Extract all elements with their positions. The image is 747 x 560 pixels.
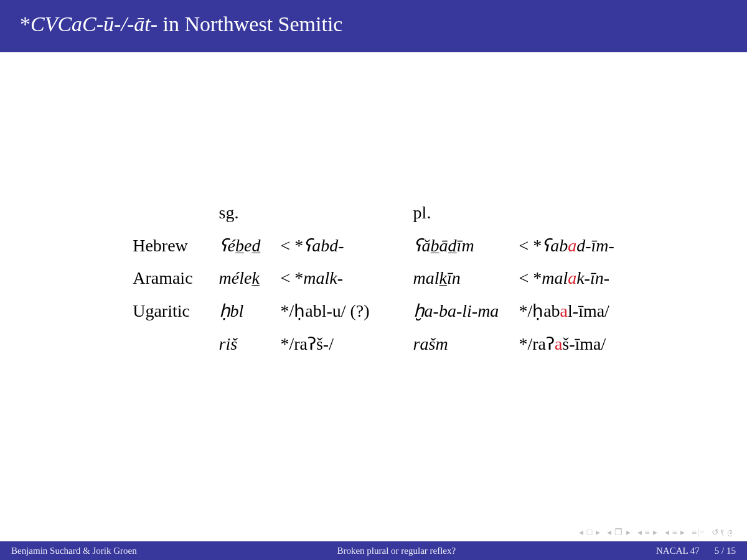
hebrew-sg-etym: < *ʕabd- [271, 229, 404, 262]
slide-title: *CVCaC-ū-/-āt- in Northwest Semitic [0, 0, 747, 52]
aramaic-sg-etym: < *malk- [271, 262, 404, 294]
aramaic-sg-form: mélek [210, 262, 272, 294]
hebrew-pl-form: ʕăbādīm [405, 229, 510, 262]
title-suffix: in Northwest Semitic [157, 12, 342, 35]
ugaritic-sg-form-2: riš [210, 327, 272, 360]
title-prefix: * [20, 12, 31, 35]
nav-frame-icon[interactable]: ◂ □ ▸ [579, 527, 600, 538]
lang-ugaritic: Ugaritic [124, 294, 210, 327]
slide-body: sg. pl. Hebrew ʕébed < *ʕabd- ʕăbādīm < … [0, 52, 747, 541]
ugaritic-sg-etym-1: */ḥabl-u/ (?) [271, 294, 404, 327]
header-pl: pl. [405, 197, 510, 229]
nav-slide-icon[interactable]: ◂ ≡ ▸ [665, 527, 686, 538]
hebrew-pl-etym: < *ʕabad-īm- [510, 229, 622, 262]
aramaic-pl-form: malkīn [405, 262, 510, 294]
nav-subsection-icon[interactable]: ◂ ❐ ▸ [607, 527, 631, 538]
ugaritic-pl-form-1: ḫa-ba-li-ma [405, 294, 510, 327]
title-pattern: CVCaC-ū-/-āt- [31, 12, 157, 35]
footer-authors: Benjamin Suchard & Jorik Groen [11, 546, 137, 556]
nav-mode-icon[interactable]: ≡|= [692, 528, 705, 538]
table-row: Ugaritic ḥbl */ḥabl-u/ (?) ḫa-ba-li-ma *… [124, 294, 623, 327]
ugaritic-pl-form-2: rašm [405, 327, 510, 360]
footer-page: 5 / 15 [715, 546, 736, 556]
ugaritic-pl-etym-2: */raʔaš-īma/ [510, 327, 622, 360]
table-row: riš */raʔš-/ rašm */raʔaš-īma/ [124, 327, 623, 360]
nav-cycle-icon[interactable]: ↺९၉ [712, 527, 735, 538]
comparison-table: sg. pl. Hebrew ʕébed < *ʕabd- ʕăbādīm < … [124, 197, 623, 360]
nav-section-icon[interactable]: ◂ ≡ ▸ [637, 527, 659, 538]
slide-footer: Benjamin Suchard & Jorik Groen Broken pl… [0, 541, 747, 560]
hebrew-sg-form: ʕébed [210, 229, 272, 262]
beamer-nav-symbols: ◂ □ ▸ ◂ ❐ ▸ ◂ ≡ ▸ ◂ ≡ ▸ ≡|= ↺९၉ [579, 527, 735, 538]
table-row: Hebrew ʕébed < *ʕabd- ʕăbādīm < *ʕabad-ī… [124, 229, 623, 262]
table-row: Aramaic mélek < *malk- malkīn < *malak-ī… [124, 262, 623, 294]
lang-aramaic: Aramaic [124, 262, 210, 294]
footer-title: Broken plural or regular reflex? [137, 546, 656, 556]
ugaritic-sg-form-1: ḥbl [210, 294, 272, 327]
ugaritic-pl-etym-1: */ḥabal-īma/ [510, 294, 622, 327]
aramaic-pl-etym: < *malak-īn- [510, 262, 622, 294]
footer-venue: NACAL 47 [656, 546, 700, 556]
lang-hebrew: Hebrew [124, 229, 210, 262]
header-sg: sg. [210, 197, 272, 229]
ugaritic-sg-etym-2: */raʔš-/ [271, 327, 404, 360]
